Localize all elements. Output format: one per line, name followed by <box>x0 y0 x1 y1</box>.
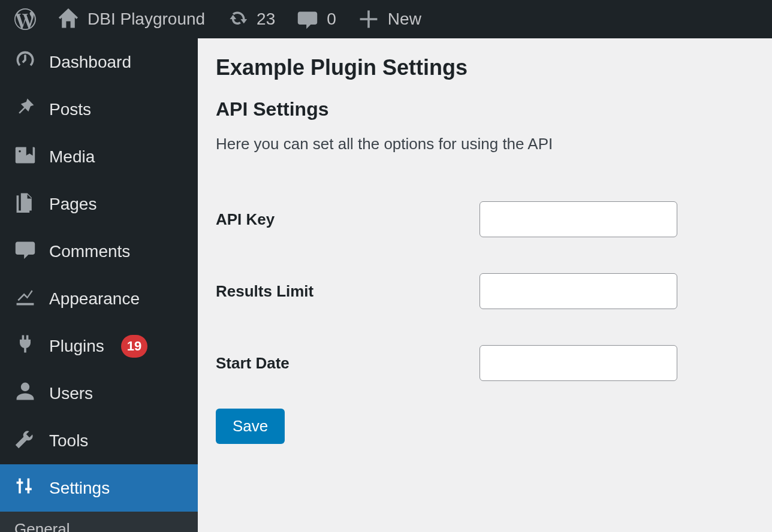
submenu-general[interactable]: General <box>0 512 198 532</box>
menu-label: Posts <box>49 100 91 119</box>
dashboard-icon <box>14 49 36 75</box>
menu-settings[interactable]: Settings <box>0 464 198 512</box>
updates-count: 23 <box>257 10 275 29</box>
field-label: Start Date <box>216 327 480 399</box>
save-button[interactable]: Save <box>216 409 285 444</box>
home-icon <box>58 8 79 30</box>
field-label: API Key <box>216 183 480 255</box>
admin-sidebar: Dashboard Posts Media Pages Comment <box>0 38 198 532</box>
menu-comments[interactable]: Comments <box>0 228 198 275</box>
wrench-icon <box>14 428 36 454</box>
appearance-icon <box>14 286 36 312</box>
menu-dashboard[interactable]: Dashboard <box>0 38 198 86</box>
new-label: New <box>388 10 421 29</box>
admin-bar: DBI Playground 23 0 New <box>0 0 772 38</box>
menu-posts[interactable]: Posts <box>0 86 198 133</box>
site-name-link[interactable]: DBI Playground <box>48 2 215 36</box>
new-content-link[interactable]: New <box>348 2 431 36</box>
menu-label: Appearance <box>49 289 140 309</box>
api-key-input[interactable] <box>480 201 677 237</box>
field-label: Results Limit <box>216 255 480 327</box>
plus-icon <box>358 8 379 30</box>
pages-icon <box>14 191 36 217</box>
results-limit-input[interactable] <box>480 273 677 309</box>
comments-count: 0 <box>327 10 336 29</box>
sliders-icon <box>14 475 36 501</box>
field-row-results-limit: Results Limit <box>216 255 754 327</box>
main-content: Example Plugin Settings API Settings Her… <box>198 38 772 532</box>
refresh-icon <box>227 8 248 30</box>
comments-link[interactable]: 0 <box>287 2 346 36</box>
wp-logo[interactable] <box>5 2 46 36</box>
submenu-label: General <box>14 520 70 532</box>
field-row-api-key: API Key <box>216 183 754 255</box>
menu-appearance[interactable]: Appearance <box>0 275 198 322</box>
comments-icon <box>14 238 36 264</box>
page-title: Example Plugin Settings <box>216 55 754 80</box>
menu-plugins[interactable]: Plugins 19 <box>0 322 198 370</box>
updates-link[interactable]: 23 <box>217 2 285 36</box>
menu-label: Settings <box>49 479 110 498</box>
menu-label: Plugins <box>49 337 104 356</box>
plugin-icon <box>14 333 36 359</box>
settings-form: API Key Results Limit Start Date <box>216 183 754 399</box>
wordpress-icon <box>14 8 36 30</box>
menu-media[interactable]: Media <box>0 133 198 180</box>
section-title: API Settings <box>216 98 754 120</box>
menu-pages[interactable]: Pages <box>0 180 198 228</box>
field-row-start-date: Start Date <box>216 327 754 399</box>
menu-label: Media <box>49 147 95 167</box>
menu-label: Users <box>49 384 93 403</box>
menu-users[interactable]: Users <box>0 370 198 417</box>
menu-label: Pages <box>49 195 96 214</box>
user-icon <box>14 380 36 406</box>
menu-label: Comments <box>49 242 130 261</box>
start-date-input[interactable] <box>480 345 677 381</box>
menu-tools[interactable]: Tools <box>0 417 198 464</box>
settings-submenu: General <box>0 512 198 532</box>
comment-icon <box>297 8 318 30</box>
menu-label: Dashboard <box>49 53 131 72</box>
media-icon <box>14 144 36 170</box>
site-name: DBI Playground <box>88 10 205 29</box>
menu-label: Tools <box>49 431 88 451</box>
update-badge: 19 <box>121 335 147 358</box>
pin-icon <box>14 96 36 122</box>
section-description: Here you can set all the options for usi… <box>216 135 754 153</box>
